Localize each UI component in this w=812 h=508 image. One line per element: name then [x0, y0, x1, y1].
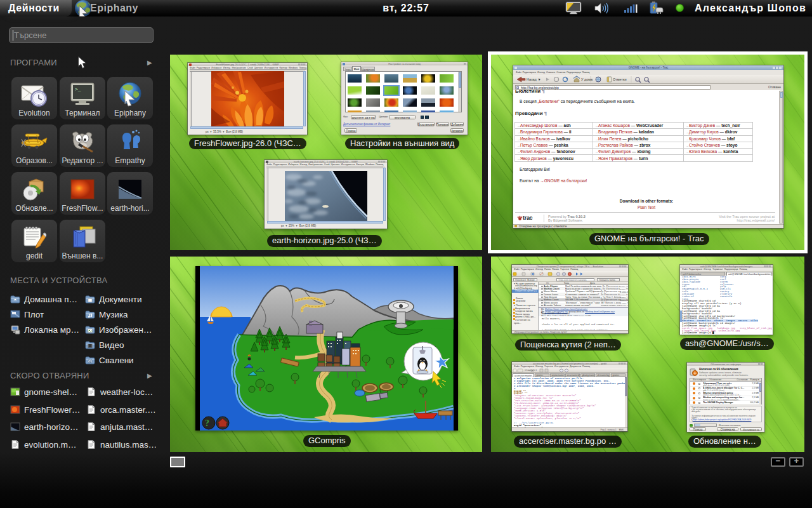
svg-text:?: ? — [205, 418, 209, 428]
svg-text:>_: >_ — [75, 86, 81, 92]
